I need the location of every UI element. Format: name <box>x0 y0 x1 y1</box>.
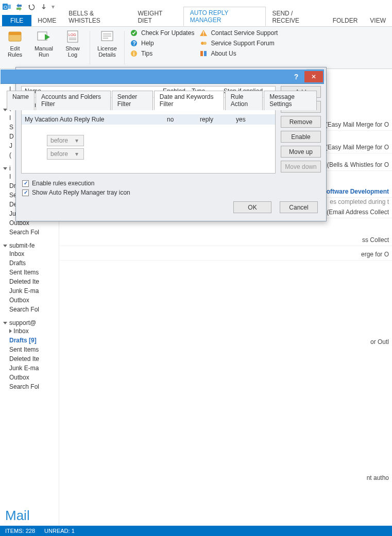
ok-button[interactable]: OK <box>233 201 271 213</box>
send-receive-icon[interactable] <box>14 2 24 11</box>
cancel-button[interactable]: Cancel <box>280 201 318 213</box>
check-updates-button[interactable]: Check For Updates <box>130 29 194 37</box>
svg-rect-4 <box>9 32 21 35</box>
svg-rect-1 <box>8 5 11 9</box>
move-down-button[interactable]: Move down <box>281 161 321 172</box>
warning-icon: ! <box>199 29 208 37</box>
tab-date-keywords[interactable]: Date and Keywords Filter <box>154 91 224 110</box>
enable-rules-checkbox[interactable] <box>22 180 29 187</box>
tab-file[interactable]: FILE <box>2 15 31 26</box>
nav-drafts[interactable]: Drafts [9] <box>3 336 59 345</box>
list-item[interactable]: erge for O <box>59 248 392 261</box>
nav-search[interactable]: Search Fol <box>3 382 59 391</box>
updates-icon <box>130 29 138 37</box>
enable-rules-label: Enable rules execution <box>32 180 94 187</box>
nav-deleted[interactable]: Deleted Ite <box>3 277 59 286</box>
tab-bells[interactable]: BELLS & WHISTLES <box>62 8 131 26</box>
status-items: ITEMS: 228 <box>5 528 35 534</box>
svg-text:i: i <box>133 51 135 57</box>
tab-view[interactable]: VIEW <box>364 15 392 26</box>
nav-junk[interactable]: Junk E-ma <box>3 364 59 373</box>
rules-icon <box>7 29 23 43</box>
license-details-button[interactable]: License Details <box>95 29 119 66</box>
show-log-button[interactable]: LOG Show Log <box>61 29 84 66</box>
about-button[interactable]: About Us <box>199 49 278 58</box>
contact-support-button[interactable]: ! Contact Service Support <box>199 29 278 37</box>
tray-icon-label: Show Auto Reply Manager tray icon <box>32 189 130 196</box>
tab-auto-reply-manager[interactable]: AUTO REPLY MANAGER <box>183 7 266 26</box>
nav-inbox[interactable]: Inbox <box>3 249 59 258</box>
help-button[interactable]: ? Help <box>130 39 194 47</box>
svg-rect-24 <box>200 51 203 56</box>
tab-diet[interactable]: WEIGHT DIET <box>131 8 183 26</box>
collapse-icon[interactable] <box>3 167 7 170</box>
account-header[interactable]: submit-fe <box>9 242 35 249</box>
svg-text:?: ? <box>133 41 136 46</box>
tab-home[interactable]: HOME <box>31 15 62 26</box>
chevron-down-icon: ▾ <box>75 137 78 144</box>
tips-icon: i <box>130 49 138 58</box>
nav-sent[interactable]: Sent Items <box>3 268 59 277</box>
log-icon: LOG <box>64 29 81 43</box>
svg-point-23 <box>203 42 207 45</box>
tab-sender-filter[interactable]: Sender Filter <box>112 91 153 110</box>
collapse-icon[interactable] <box>3 322 7 324</box>
account-header[interactable]: support@ <box>9 319 36 326</box>
license-icon <box>99 29 115 43</box>
about-icon <box>199 49 208 58</box>
tips-button[interactable]: i Tips <box>130 49 194 58</box>
tab-message-settings[interactable]: Message Settings <box>264 91 317 110</box>
tab-name[interactable]: Name <box>7 91 35 110</box>
mail-module-button[interactable]: Mail <box>5 508 30 524</box>
edit-rules-button[interactable]: Edit Rules <box>3 29 27 66</box>
help-icon: ? <box>130 39 138 47</box>
svg-marker-6 <box>45 34 50 40</box>
manual-run-button[interactable]: Manual Run <box>32 29 56 66</box>
list-item[interactable]: nt autho <box>59 472 392 484</box>
nav-inbox[interactable]: Inbox <box>3 326 59 336</box>
remove-button[interactable]: Remove <box>281 116 321 128</box>
undo-icon[interactable] <box>27 2 36 11</box>
forum-icon <box>199 39 208 47</box>
support-forum-button[interactable]: Service Support Forum <box>199 39 278 47</box>
svg-text:!: ! <box>203 31 204 37</box>
svg-text:O: O <box>4 5 7 10</box>
run-icon <box>36 29 52 43</box>
tray-icon-checkbox[interactable] <box>22 189 29 196</box>
nav-search[interactable]: Search Fol <box>3 228 59 237</box>
svg-text:LOG: LOG <box>69 33 76 37</box>
tab-send-receive[interactable]: SEND / RECEIVE <box>266 8 326 26</box>
nav-outbox[interactable]: Outbox <box>3 296 59 305</box>
close-button[interactable]: ✕ <box>304 71 323 82</box>
list-item[interactable]: ss Collect <box>59 234 392 246</box>
table-row[interactable]: My Vacation Auto Reply Rule no reply yes <box>22 114 275 125</box>
tab-folder[interactable]: FOLDER <box>327 15 364 26</box>
help-button[interactable]: ? <box>288 71 304 82</box>
outlook-icon: O <box>2 2 11 11</box>
enable-button[interactable]: Enable <box>281 131 321 143</box>
nav-drafts[interactable]: Drafts <box>3 258 59 268</box>
nav-sent[interactable]: Sent Items <box>3 345 59 354</box>
list-item[interactable]: or Outl <box>59 336 392 348</box>
move-up-button[interactable]: Move up <box>281 146 321 158</box>
collapse-icon[interactable] <box>3 245 7 247</box>
status-unread: UNREAD: 1 <box>44 528 75 534</box>
nav-outbox[interactable]: Outbox <box>3 373 59 382</box>
touch-mode-icon[interactable] <box>39 2 48 11</box>
status-bar: ITEMS: 228 UNREAD: 1 <box>0 526 392 536</box>
time-operator-dropdown[interactable]: before▾ <box>47 148 84 160</box>
tab-rule-action[interactable]: Rule Action <box>225 91 263 110</box>
nav-junk[interactable]: Junk E-ma <box>3 286 59 296</box>
chevron-down-icon: ▾ <box>75 150 78 158</box>
date-operator-dropdown[interactable]: before▾ <box>47 135 84 146</box>
tab-accounts-folders[interactable]: Accounts and Folders Filter <box>36 91 111 110</box>
nav-deleted[interactable]: Deleted Ite <box>3 354 59 364</box>
svg-rect-25 <box>204 51 207 56</box>
nav-search[interactable]: Search Fol <box>3 305 59 314</box>
chevron-right-icon <box>9 329 12 333</box>
